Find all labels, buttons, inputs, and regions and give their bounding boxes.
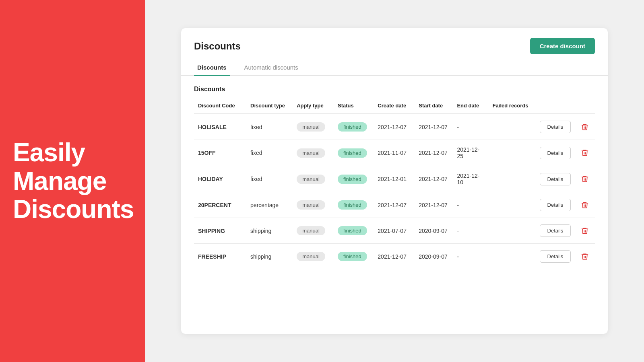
cell-type: fixed	[246, 140, 293, 166]
card-header: Discounts Create discount	[181, 28, 608, 54]
cell-failed	[489, 192, 536, 218]
cell-delete[interactable]	[575, 114, 595, 140]
cell-apply: manual	[293, 166, 334, 192]
col-header-type: Discount type	[246, 99, 293, 114]
main-card: Discounts Create discount Discounts Auto…	[181, 28, 608, 334]
cell-code: 15OFF	[194, 140, 246, 166]
cell-end-date: -	[453, 218, 488, 244]
cell-create-date: 2021-12-07	[374, 244, 415, 269]
cell-failed	[489, 114, 536, 140]
create-discount-button[interactable]: Create discount	[530, 38, 595, 54]
details-button[interactable]: Details	[540, 173, 571, 185]
cell-create-date: 2021-12-01	[374, 166, 415, 192]
cell-end-date: 2021-12-10	[453, 166, 488, 192]
table-row: HOLISALE fixed manual finished 2021-12-0…	[194, 114, 595, 140]
cell-apply: manual	[293, 244, 334, 269]
cell-status: finished	[334, 166, 374, 192]
tabs-bar: Discounts Automatic discounts	[181, 59, 608, 76]
tab-discounts[interactable]: Discounts	[194, 59, 230, 76]
cell-type: fixed	[246, 166, 293, 192]
cell-start-date: 2020-09-07	[415, 218, 453, 244]
cell-type: shipping	[246, 218, 293, 244]
cell-code: 20PERCENT	[194, 192, 246, 218]
cell-status: finished	[334, 114, 374, 140]
cell-delete[interactable]	[575, 166, 595, 192]
cell-details[interactable]: Details	[536, 192, 576, 218]
cell-details[interactable]: Details	[536, 140, 576, 166]
table-row: FREESHIP shipping manual finished 2021-1…	[194, 244, 595, 269]
cell-delete[interactable]	[575, 192, 595, 218]
badge-manual: manual	[297, 148, 325, 158]
table-area: Discounts Discount Code Discount type Ap…	[181, 76, 608, 334]
delete-button[interactable]	[579, 200, 590, 211]
col-header-status: Status	[334, 99, 374, 114]
cell-status: finished	[334, 140, 374, 166]
cell-code: HOLIDAY	[194, 166, 246, 192]
badge-manual: manual	[297, 200, 325, 210]
cell-details[interactable]: Details	[536, 114, 576, 140]
cell-end-date: -	[453, 114, 488, 140]
badge-manual: manual	[297, 252, 325, 261]
table-row: SHIPPING shipping manual finished 2021-0…	[194, 218, 595, 244]
badge-finished: finished	[338, 226, 367, 235]
cell-start-date: 2021-12-07	[415, 192, 453, 218]
delete-button[interactable]	[579, 147, 590, 158]
cell-apply: manual	[293, 140, 334, 166]
table-row: 15OFF fixed manual finished 2021-11-07 2…	[194, 140, 595, 166]
cell-apply: manual	[293, 114, 334, 140]
cell-details[interactable]: Details	[536, 218, 576, 244]
cell-end-date: -	[453, 192, 488, 218]
cell-start-date: 2021-12-07	[415, 114, 453, 140]
col-header-apply: Apply type	[293, 99, 334, 114]
col-header-end: End date	[453, 99, 488, 114]
cell-details[interactable]: Details	[536, 244, 576, 269]
details-button[interactable]: Details	[540, 250, 571, 263]
delete-button[interactable]	[579, 251, 590, 262]
badge-finished: finished	[338, 122, 367, 132]
cell-status: finished	[334, 244, 374, 269]
details-button[interactable]: Details	[540, 121, 571, 133]
table-row: HOLIDAY fixed manual finished 2021-12-01…	[194, 166, 595, 192]
cell-status: finished	[334, 192, 374, 218]
details-button[interactable]: Details	[540, 147, 571, 159]
col-header-details	[536, 99, 576, 114]
hero-line1: Easily	[13, 138, 85, 167]
cell-failed	[489, 166, 536, 192]
cell-failed	[489, 218, 536, 244]
cell-failed	[489, 140, 536, 166]
delete-button[interactable]	[579, 173, 590, 185]
right-panel: Discounts Create discount Discounts Auto…	[145, 0, 644, 362]
cell-code: FREESHIP	[194, 244, 246, 269]
cell-apply: manual	[293, 218, 334, 244]
cell-create-date: 2021-12-07	[374, 114, 415, 140]
cell-create-date: 2021-07-07	[374, 218, 415, 244]
page-title: Discounts	[194, 41, 241, 52]
hero-line2: Manage	[13, 167, 106, 195]
tab-automatic-discounts[interactable]: Automatic discounts	[241, 59, 301, 76]
left-panel: Easily Manage Discounts	[0, 0, 145, 362]
col-header-start: Start date	[415, 99, 453, 114]
delete-button[interactable]	[579, 121, 590, 133]
cell-type: percentage	[246, 192, 293, 218]
cell-details[interactable]: Details	[536, 166, 576, 192]
cell-start-date: 2021-12-07	[415, 140, 453, 166]
cell-delete[interactable]	[575, 244, 595, 269]
badge-finished: finished	[338, 200, 367, 210]
cell-apply: manual	[293, 192, 334, 218]
hero-line3: Discounts	[13, 195, 134, 224]
discounts-table: Discount Code Discount type Apply type S…	[194, 99, 595, 269]
badge-manual: manual	[297, 226, 325, 235]
cell-code: SHIPPING	[194, 218, 246, 244]
cell-create-date: 2021-12-07	[374, 192, 415, 218]
cell-delete[interactable]	[575, 140, 595, 166]
cell-create-date: 2021-11-07	[374, 140, 415, 166]
cell-code: HOLISALE	[194, 114, 246, 140]
cell-delete[interactable]	[575, 218, 595, 244]
cell-failed	[489, 244, 536, 269]
table-wrapper[interactable]: Discount Code Discount type Apply type S…	[194, 99, 595, 324]
details-button[interactable]: Details	[540, 224, 571, 237]
delete-button[interactable]	[579, 225, 590, 237]
cell-end-date: -	[453, 244, 488, 269]
col-header-create: Create date	[374, 99, 415, 114]
details-button[interactable]: Details	[540, 199, 571, 211]
